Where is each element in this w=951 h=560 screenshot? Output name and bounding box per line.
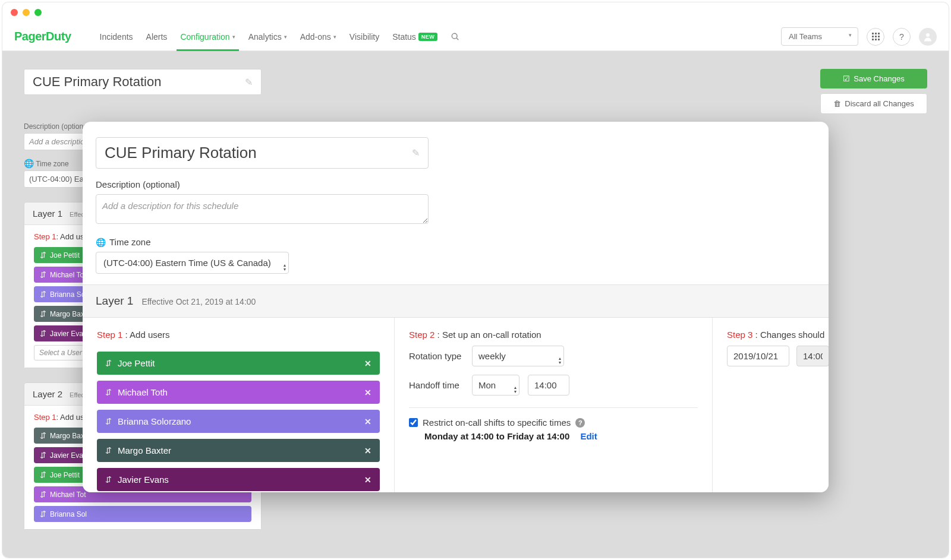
nav-alerts[interactable]: Alerts	[146, 23, 168, 50]
discard-button[interactable]: 🗑 Discard all Changes	[820, 93, 927, 114]
drag-icon: ⇵	[105, 388, 112, 397]
nav-visibility[interactable]: Visibility	[349, 23, 379, 50]
user-pill[interactable]: ⇵Michael Toth✕	[97, 381, 380, 404]
drag-icon: ⇵	[40, 431, 46, 440]
effective-date-input[interactable]	[727, 346, 789, 366]
drag-icon: ⇵	[105, 446, 112, 455]
svg-point-2	[926, 33, 930, 37]
nav-configuration[interactable]: Configuration▾	[180, 23, 235, 50]
user-pill[interactable]: ⇵Brianna Solorzano✕	[97, 410, 380, 433]
restrict-label: Restrict on-call shifts to specific time…	[423, 417, 571, 428]
rotation-type-select[interactable]: weekly	[472, 346, 564, 366]
nav-addons[interactable]: Add-ons▾	[300, 23, 336, 50]
schedule-editor-modal: CUE Primary Rotation ✎ Description (opti…	[83, 122, 829, 492]
timezone-label: 🌐Time zone	[96, 237, 815, 247]
schedule-name-card[interactable]: CUE Primary Rotation ✎	[24, 69, 262, 95]
restrict-checkbox[interactable]	[409, 418, 418, 427]
drag-icon: ⇵	[105, 417, 112, 426]
drag-icon: ⇵	[40, 270, 46, 279]
nav-status[interactable]: StatusNEW	[392, 23, 437, 50]
user-avatar[interactable]	[919, 28, 937, 46]
window-zoom-icon[interactable]	[34, 9, 42, 16]
step3-changes: Step 3 : Changes should	[713, 318, 829, 492]
drag-icon: ⇵	[40, 290, 46, 299]
globe-icon: 🌐	[24, 159, 34, 168]
brand-logo: PagerDuty	[14, 30, 71, 43]
edit-restriction-link[interactable]: Edit	[580, 431, 597, 441]
handoff-time-input[interactable]	[528, 375, 569, 396]
user-pill[interactable]: ⇵Brianna Sol	[34, 506, 251, 522]
team-selector[interactable]: All Teams▾	[781, 27, 858, 46]
layer-header: Layer 1 Effective Oct 21, 2019 at 14:00	[83, 285, 829, 318]
rotation-type-label: Rotation type	[409, 351, 464, 361]
chevron-down-icon: ▾	[333, 34, 336, 40]
nav-incidents[interactable]: Incidents	[100, 23, 133, 50]
description-textarea[interactable]	[96, 194, 429, 224]
schedule-name-field[interactable]: CUE Primary Rotation ✎	[96, 137, 429, 169]
layer-title: Layer 1	[96, 295, 133, 308]
effective-time-input[interactable]	[796, 346, 829, 366]
handoff-day-select[interactable]: Mon	[472, 375, 519, 396]
drag-icon: ⇵	[105, 359, 112, 368]
window-titlebar	[2, 2, 949, 23]
remove-user-icon[interactable]: ✕	[364, 446, 371, 455]
svg-line-1	[456, 38, 458, 40]
search-icon[interactable]	[451, 23, 460, 50]
help-icon[interactable]: ?	[575, 418, 585, 428]
schedule-title: CUE Primary Rotation	[33, 74, 161, 90]
restrict-summary: Monday at 14:00 to Friday at 14:00	[424, 431, 569, 441]
divider	[409, 407, 698, 408]
drag-icon: ⇵	[40, 309, 46, 318]
step2-rotation: Step 2 : Set up an on-call rotation Rota…	[395, 318, 713, 492]
step1-add-users: Step 1 : Add users ⇵Joe Pettit✕ ⇵Michael…	[83, 318, 395, 492]
user-pill[interactable]: ⇵Margo Baxter✕	[97, 439, 380, 462]
layer-title: Layer 2	[33, 389, 62, 399]
chevron-down-icon: ▾	[849, 32, 852, 38]
remove-user-icon[interactable]: ✕	[364, 359, 371, 368]
drag-icon: ⇵	[40, 251, 46, 260]
pencil-icon: ✎	[412, 147, 420, 159]
timezone-select[interactable]: (UTC-04:00) Eastern Time (US & Canada)	[96, 252, 289, 274]
drag-icon: ⇵	[40, 451, 46, 460]
window-close-icon[interactable]	[11, 9, 18, 16]
schedule-title: CUE Primary Rotation	[105, 144, 257, 162]
top-navbar: PagerDuty Incidents Alerts Configuration…	[2, 23, 949, 51]
chevron-down-icon: ▾	[284, 34, 287, 40]
apps-grid-icon[interactable]	[867, 28, 884, 46]
window-minimize-icon[interactable]	[23, 9, 30, 16]
help-icon[interactable]: ?	[893, 28, 911, 46]
user-pill[interactable]: ⇵Javier Evans✕	[97, 468, 380, 491]
layer-effective: Effective Oct 21, 2019 at 14:00	[141, 297, 256, 306]
layer-title: Layer 1	[33, 208, 62, 219]
drag-icon: ⇵	[40, 470, 46, 479]
remove-user-icon[interactable]: ✕	[364, 475, 371, 485]
remove-user-icon[interactable]: ✕	[364, 388, 371, 397]
chevron-down-icon: ▾	[232, 34, 235, 40]
pencil-icon: ✎	[245, 77, 253, 88]
drag-icon: ⇵	[40, 510, 46, 518]
description-label: Description (optional)	[96, 179, 815, 189]
user-pill[interactable]: ⇵Joe Pettit✕	[97, 352, 380, 375]
drag-icon: ⇵	[40, 329, 46, 338]
new-badge: NEW	[418, 33, 438, 41]
remove-user-icon[interactable]: ✕	[364, 417, 371, 426]
nav-analytics[interactable]: Analytics▾	[248, 23, 287, 50]
drag-icon: ⇵	[105, 475, 112, 484]
handoff-label: Handoff time	[409, 380, 464, 390]
globe-icon: 🌐	[96, 238, 106, 247]
save-button[interactable]: ☑ Save Changes	[820, 69, 927, 88]
svg-point-0	[452, 33, 458, 39]
drag-icon: ⇵	[40, 490, 46, 499]
